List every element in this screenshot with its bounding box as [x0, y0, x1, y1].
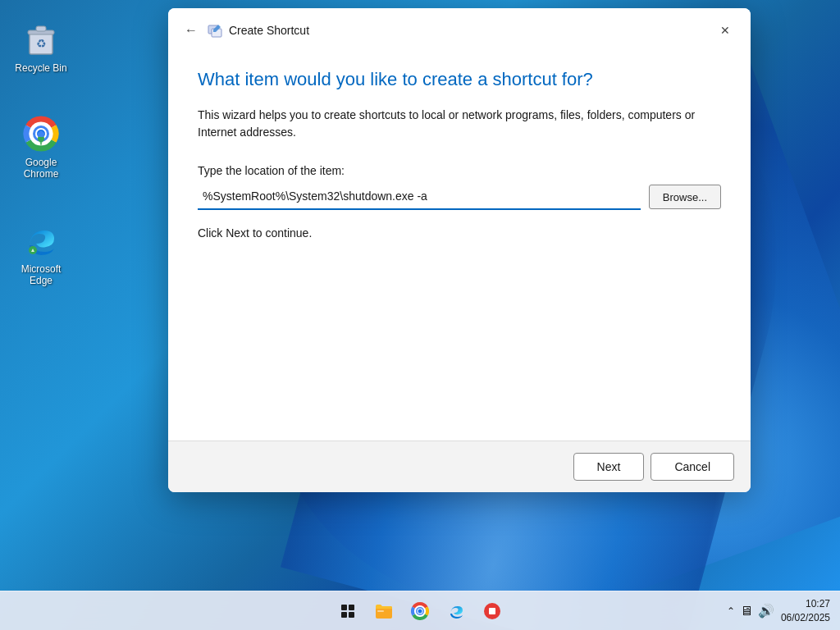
browse-button[interactable]: Browse...	[649, 185, 721, 209]
chrome-taskbar-icon[interactable]	[404, 595, 436, 628]
location-input[interactable]	[198, 184, 641, 210]
svg-point-21	[418, 609, 422, 613]
svg-rect-14	[341, 612, 347, 618]
taskbar: ⌃ 🖥 🔊 10:27 06/02/2025	[0, 591, 840, 630]
svg-rect-17	[377, 610, 384, 612]
file-explorer-taskbar-icon[interactable]	[368, 595, 400, 628]
close-button[interactable]: ✕	[713, 18, 737, 43]
svg-text:♻: ♻	[36, 37, 47, 50]
chrome-icon	[21, 114, 61, 153]
back-button[interactable]: ←	[181, 21, 201, 40]
svg-rect-13	[349, 605, 354, 610]
svg-rect-15	[349, 612, 354, 618]
volume-icon[interactable]: 🔊	[758, 603, 774, 619]
dialog-titlebar: ← Create Shortcut ✕	[168, 8, 751, 52]
wizard-icon	[208, 23, 222, 38]
cancel-button[interactable]: Cancel	[651, 453, 734, 481]
edge-taskbar-icon[interactable]	[440, 595, 472, 628]
system-tray-icons: ⌃ 🖥 🔊	[727, 603, 774, 619]
edge-label: Microsoft Edge	[11, 263, 71, 287]
recycle-bin-icon: ♻	[21, 20, 61, 59]
next-button[interactable]: Next	[573, 453, 645, 481]
dialog-content: What item would you like to create a sho…	[168, 52, 751, 441]
desktop-icon-microsoft-edge[interactable]: Microsoft Edge	[8, 217, 74, 290]
dialog-footer: Next Cancel	[168, 441, 751, 492]
taskbar-clock[interactable]: 10:27 06/02/2025	[781, 597, 830, 625]
dialog-description: This wizard helps you to create shortcut…	[198, 107, 721, 141]
date-display: 06/02/2025	[781, 611, 830, 625]
desktop: ♻ Recycle Bin	[0, 0, 840, 630]
chrome-label: Google Chrome	[11, 157, 71, 180]
stop-taskbar-icon[interactable]	[476, 595, 509, 628]
dialog-heading: What item would you like to create a sho…	[198, 69, 721, 90]
svg-rect-2	[36, 26, 46, 31]
dialog-title: Create Shortcut	[229, 24, 309, 37]
svg-rect-23	[489, 608, 495, 614]
taskbar-center	[331, 595, 509, 628]
field-label: Type the location of the item:	[198, 164, 721, 177]
desktop-icon-recycle-bin[interactable]: ♻ Recycle Bin	[8, 16, 74, 77]
desktop-icon-google-chrome[interactable]: Google Chrome	[8, 111, 74, 184]
recycle-bin-label: Recycle Bin	[15, 62, 66, 74]
edge-icon	[21, 221, 61, 260]
create-shortcut-dialog: ← Create Shortcut ✕ What item would you …	[168, 8, 751, 492]
time-display: 10:27	[781, 597, 830, 611]
display-icon[interactable]: 🖥	[740, 604, 753, 619]
svg-rect-12	[341, 605, 347, 610]
taskbar-right: ⌃ 🖥 🔊 10:27 06/02/2025	[727, 597, 840, 625]
input-row: Browse...	[198, 184, 721, 210]
tray-expand-icon[interactable]: ⌃	[727, 605, 735, 617]
start-button[interactable]	[331, 595, 364, 628]
hint-text: Click Next to continue.	[198, 226, 721, 240]
